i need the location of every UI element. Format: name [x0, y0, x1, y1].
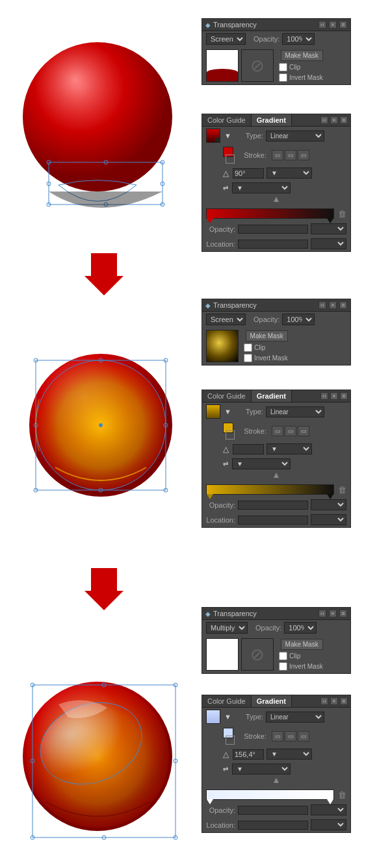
blend-mode-select-3[interactable]: Multiply [206, 622, 248, 634]
clip-checkbox-3[interactable]: Clip [279, 652, 323, 660]
angle-dropdown-1[interactable]: ▼ [266, 167, 312, 179]
opacity-val-1[interactable] [311, 223, 346, 234]
blend-mode-select-2[interactable]: Screen [206, 314, 246, 325]
type-select-2[interactable]: Linear [266, 406, 324, 417]
grad-close-3[interactable]: × [330, 697, 338, 705]
angle-input-3[interactable] [233, 749, 264, 760]
trans-minimize-3[interactable]: ‹‹ [318, 610, 326, 617]
canvas-area-2 [20, 347, 182, 510]
location-val-2[interactable] [311, 514, 346, 525]
grad-arrow-1[interactable]: ▼ [224, 132, 231, 140]
grad-arrow-3[interactable]: ▼ [224, 713, 231, 721]
grad-stroke-swatches-2 [223, 423, 235, 440]
reverse-icon-1: ⇄ [223, 184, 228, 192]
grad-bar-3[interactable] [206, 789, 334, 800]
color-guide-tab-3[interactable]: Color Guide [202, 695, 252, 707]
angle-input-1[interactable] [233, 168, 264, 179]
gradient-tab-1[interactable]: Gradient [252, 114, 292, 126]
make-mask-btn-3[interactable]: Make Mask [281, 639, 323, 650]
type-select-3[interactable]: Linear [266, 712, 324, 723]
clip-check-2[interactable] [244, 343, 252, 352]
make-mask-btn-2[interactable]: Make Mask [246, 330, 288, 341]
clip-checkbox-1[interactable]: Clip [279, 63, 323, 71]
stroke-icon-1c[interactable]: ▭ [298, 150, 309, 160]
angle-dropdown-3[interactable]: ▼ [266, 749, 312, 760]
angle-input-2[interactable] [233, 444, 264, 454]
grad-bar-container-3: 🗑 [202, 787, 350, 802]
grad-minimize-3[interactable]: ‹‹ [320, 697, 328, 705]
grad-trash-3[interactable]: 🗑 [338, 790, 346, 800]
location-val-3[interactable] [311, 819, 346, 830]
grad-bar-2[interactable] [206, 484, 334, 495]
invert-mask-checkbox-3[interactable]: Invert Mask [279, 662, 323, 671]
trans-close-2[interactable]: × [329, 301, 337, 309]
opacity-val-2[interactable] [311, 499, 346, 510]
grad-angle-row-1: △ ▼ [202, 166, 350, 180]
opacity-slider-2[interactable] [238, 501, 308, 510]
gradient-tab-3[interactable]: Gradient [252, 695, 292, 707]
location-val-1[interactable] [311, 238, 346, 249]
opacity-select-2[interactable]: 100% [282, 314, 315, 325]
trans-blend-row-1: Screen Opacity: 100% [202, 31, 350, 47]
invert-mask-check-1[interactable] [279, 73, 287, 82]
stroke-icons-2: ▭ ▭ ▭ [269, 426, 312, 436]
reverse-dropdown-2[interactable]: ▼ [232, 458, 291, 469]
stroke-icon-3a[interactable]: ▭ [272, 731, 283, 741]
opacity-select-3[interactable]: 100% [284, 622, 317, 634]
grad-mid-row-2 [202, 471, 350, 482]
stroke-icon-3b[interactable]: ▭ [285, 731, 296, 741]
color-guide-tab-2[interactable]: Color Guide [202, 390, 252, 402]
make-mask-btn-1[interactable]: Make Mask [281, 50, 323, 61]
invert-mask-check-3[interactable] [279, 662, 287, 671]
stroke-icon-1a[interactable]: ▭ [272, 150, 283, 160]
location-slider-3[interactable] [238, 821, 308, 830]
grad-menu-3[interactable]: ≡ [340, 697, 348, 705]
grad-menu-1[interactable]: ≡ [340, 116, 348, 124]
invert-mask-checkbox-2[interactable]: Invert Mask [244, 354, 288, 362]
trans-panel-1-title: ◆ Transparency [205, 21, 257, 29]
clip-check-1[interactable] [279, 63, 287, 71]
trans-menu-3[interactable]: ≡ [339, 610, 347, 617]
trans-menu-2[interactable]: ≡ [339, 301, 347, 309]
blend-mode-select-1[interactable]: Screen [206, 33, 246, 45]
opacity-val-3[interactable] [311, 804, 346, 815]
grad-angle-row-3: △ ▼ [202, 747, 350, 762]
gradient-tab-2[interactable]: Gradient [252, 390, 292, 402]
opacity-select-1[interactable]: 100% [282, 33, 315, 45]
midpoint-triangle-2 [274, 473, 279, 478]
grad-close-2[interactable]: × [330, 392, 338, 400]
grad-menu-2[interactable]: ≡ [340, 392, 348, 400]
invert-mask-checkbox-1[interactable]: Invert Mask [279, 73, 323, 82]
grad-bar-1[interactable] [206, 208, 334, 219]
trans-minimize-1[interactable]: ‹‹ [318, 21, 326, 29]
reverse-dropdown-3[interactable]: ▼ [232, 763, 291, 775]
invert-mask-check-2[interactable] [244, 354, 252, 362]
grad-close-1[interactable]: × [330, 116, 338, 124]
stroke-icon-2b[interactable]: ▭ [285, 426, 296, 436]
type-select-1[interactable]: Linear [266, 130, 324, 142]
stroke-icon-2a[interactable]: ▭ [272, 426, 283, 436]
grad-minimize-1[interactable]: ‹‹ [320, 116, 328, 124]
grad-minimize-2[interactable]: ‹‹ [320, 392, 328, 400]
trans-menu-1[interactable]: ≡ [339, 21, 347, 29]
opacity-slider-1[interactable] [238, 225, 308, 234]
stroke-icon-3c[interactable]: ▭ [298, 731, 309, 741]
grad-mid-indicator-2 [206, 473, 346, 480]
clip-check-3[interactable] [279, 652, 287, 660]
location-slider-1[interactable] [238, 240, 308, 249]
location-slider-2[interactable] [238, 515, 308, 525]
reverse-dropdown-1[interactable]: ▼ [232, 182, 291, 193]
trans-minimize-2[interactable]: ‹‹ [318, 301, 326, 309]
opacity-slider-3[interactable] [238, 806, 308, 815]
grad-trash-2[interactable]: 🗑 [338, 485, 346, 495]
stroke-icon-2c[interactable]: ▭ [298, 426, 309, 436]
trans-checkboxes-3: Make Mask Clip Invert Mask [279, 639, 323, 671]
color-guide-tab-1[interactable]: Color Guide [202, 114, 252, 126]
stroke-icon-1b[interactable]: ▭ [285, 150, 296, 160]
trans-close-1[interactable]: × [329, 21, 337, 29]
grad-trash-1[interactable]: 🗑 [338, 209, 346, 219]
grad-arrow-2[interactable]: ▼ [224, 408, 231, 415]
trans-close-3[interactable]: × [329, 610, 337, 617]
clip-checkbox-2[interactable]: Clip [244, 343, 288, 352]
angle-dropdown-2[interactable]: ▼ [266, 443, 312, 454]
